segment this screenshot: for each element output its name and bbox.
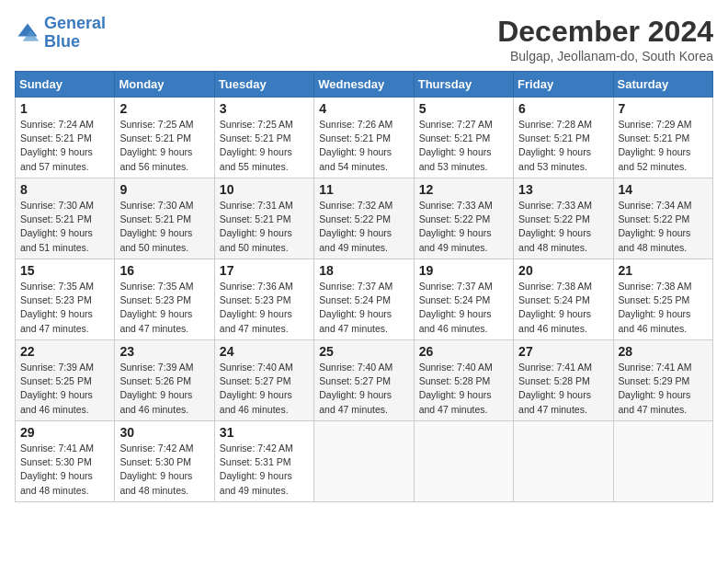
calendar-cell: 21 Sunrise: 7:38 AM Sunset: 5:25 PM Dayl… bbox=[613, 259, 712, 340]
day-number: 25 bbox=[319, 344, 408, 359]
calendar-week-row: 8 Sunrise: 7:30 AM Sunset: 5:21 PM Dayli… bbox=[16, 178, 713, 259]
day-number: 22 bbox=[20, 344, 109, 359]
day-number: 8 bbox=[20, 182, 109, 197]
calendar-cell: 31 Sunrise: 7:42 AM Sunset: 5:31 PM Dayl… bbox=[214, 421, 313, 502]
location-subtitle: Bulgap, Jeollanam-do, South Korea bbox=[497, 49, 713, 63]
month-title: December 2024 bbox=[497, 15, 713, 49]
calendar-cell: 26 Sunrise: 7:40 AM Sunset: 5:28 PM Dayl… bbox=[414, 340, 513, 421]
logo-icon bbox=[15, 20, 40, 46]
calendar-cell: 20 Sunrise: 7:38 AM Sunset: 5:24 PM Dayl… bbox=[514, 259, 613, 340]
calendar-table: SundayMondayTuesdayWednesdayThursdayFrid… bbox=[15, 71, 713, 502]
calendar-cell: 5 Sunrise: 7:27 AM Sunset: 5:21 PM Dayli… bbox=[414, 98, 513, 178]
day-info: Sunrise: 7:42 AM Sunset: 5:30 PM Dayligh… bbox=[119, 442, 209, 498]
logo-line1: General bbox=[44, 14, 106, 32]
day-info: Sunrise: 7:26 AM Sunset: 5:21 PM Dayligh… bbox=[319, 118, 408, 174]
day-number: 16 bbox=[119, 263, 209, 278]
day-info: Sunrise: 7:27 AM Sunset: 5:21 PM Dayligh… bbox=[419, 118, 508, 174]
day-info: Sunrise: 7:36 AM Sunset: 5:23 PM Dayligh… bbox=[220, 280, 309, 336]
day-number: 7 bbox=[619, 101, 708, 116]
day-info: Sunrise: 7:29 AM Sunset: 5:21 PM Dayligh… bbox=[619, 118, 708, 174]
calendar-cell bbox=[414, 421, 513, 502]
calendar-cell: 24 Sunrise: 7:40 AM Sunset: 5:27 PM Dayl… bbox=[214, 340, 313, 421]
day-number: 14 bbox=[619, 182, 708, 197]
calendar-cell: 22 Sunrise: 7:39 AM Sunset: 5:25 PM Dayl… bbox=[16, 340, 115, 421]
day-info: Sunrise: 7:35 AM Sunset: 5:23 PM Dayligh… bbox=[20, 280, 109, 336]
day-number: 9 bbox=[119, 182, 209, 197]
day-info: Sunrise: 7:41 AM Sunset: 5:28 PM Dayligh… bbox=[518, 361, 608, 417]
day-info: Sunrise: 7:37 AM Sunset: 5:24 PM Dayligh… bbox=[319, 280, 408, 336]
calendar-cell: 9 Sunrise: 7:30 AM Sunset: 5:21 PM Dayli… bbox=[115, 178, 214, 259]
day-number: 30 bbox=[119, 425, 209, 440]
calendar-cell: 17 Sunrise: 7:36 AM Sunset: 5:23 PM Dayl… bbox=[214, 259, 313, 340]
calendar-cell: 11 Sunrise: 7:32 AM Sunset: 5:22 PM Dayl… bbox=[314, 178, 414, 259]
calendar-cell: 23 Sunrise: 7:39 AM Sunset: 5:26 PM Dayl… bbox=[115, 340, 214, 421]
day-info: Sunrise: 7:35 AM Sunset: 5:23 PM Dayligh… bbox=[119, 280, 209, 336]
weekday-header: Sunday bbox=[16, 72, 115, 98]
day-number: 12 bbox=[419, 182, 508, 197]
day-info: Sunrise: 7:31 AM Sunset: 5:21 PM Dayligh… bbox=[220, 199, 309, 255]
calendar-cell: 3 Sunrise: 7:25 AM Sunset: 5:21 PM Dayli… bbox=[214, 98, 313, 178]
calendar-cell: 27 Sunrise: 7:41 AM Sunset: 5:28 PM Dayl… bbox=[514, 340, 613, 421]
calendar-week-row: 15 Sunrise: 7:35 AM Sunset: 5:23 PM Dayl… bbox=[16, 259, 713, 340]
weekday-header: Thursday bbox=[414, 72, 513, 98]
day-number: 20 bbox=[518, 263, 608, 278]
day-number: 18 bbox=[319, 263, 408, 278]
logo-line2: Blue bbox=[44, 32, 80, 51]
calendar-week-row: 1 Sunrise: 7:24 AM Sunset: 5:21 PM Dayli… bbox=[16, 98, 713, 178]
day-number: 15 bbox=[20, 263, 109, 278]
day-number: 24 bbox=[220, 344, 309, 359]
day-number: 11 bbox=[319, 182, 408, 197]
day-info: Sunrise: 7:38 AM Sunset: 5:25 PM Dayligh… bbox=[619, 280, 708, 336]
calendar-week-row: 29 Sunrise: 7:41 AM Sunset: 5:30 PM Dayl… bbox=[16, 421, 713, 502]
weekday-header: Friday bbox=[514, 72, 613, 98]
day-number: 4 bbox=[319, 101, 408, 116]
weekday-header: Tuesday bbox=[214, 72, 313, 98]
day-number: 6 bbox=[518, 101, 608, 116]
calendar-cell: 28 Sunrise: 7:41 AM Sunset: 5:29 PM Dayl… bbox=[613, 340, 712, 421]
calendar-cell: 2 Sunrise: 7:25 AM Sunset: 5:21 PM Dayli… bbox=[115, 98, 214, 178]
day-info: Sunrise: 7:39 AM Sunset: 5:25 PM Dayligh… bbox=[20, 361, 109, 417]
day-number: 31 bbox=[220, 425, 309, 440]
calendar-cell: 14 Sunrise: 7:34 AM Sunset: 5:22 PM Dayl… bbox=[613, 178, 712, 259]
calendar-cell: 15 Sunrise: 7:35 AM Sunset: 5:23 PM Dayl… bbox=[16, 259, 115, 340]
day-number: 17 bbox=[220, 263, 309, 278]
day-number: 2 bbox=[119, 101, 209, 116]
day-info: Sunrise: 7:41 AM Sunset: 5:30 PM Dayligh… bbox=[20, 442, 109, 498]
day-info: Sunrise: 7:30 AM Sunset: 5:21 PM Dayligh… bbox=[20, 199, 109, 255]
day-info: Sunrise: 7:40 AM Sunset: 5:27 PM Dayligh… bbox=[220, 361, 309, 417]
logo: General Blue bbox=[15, 15, 106, 52]
calendar-cell: 19 Sunrise: 7:37 AM Sunset: 5:24 PM Dayl… bbox=[414, 259, 513, 340]
day-number: 10 bbox=[220, 182, 309, 197]
day-number: 28 bbox=[619, 344, 708, 359]
calendar-cell bbox=[613, 421, 712, 502]
day-number: 29 bbox=[20, 425, 109, 440]
calendar-cell bbox=[514, 421, 613, 502]
day-info: Sunrise: 7:32 AM Sunset: 5:22 PM Dayligh… bbox=[319, 199, 408, 255]
day-number: 26 bbox=[419, 344, 508, 359]
day-info: Sunrise: 7:30 AM Sunset: 5:21 PM Dayligh… bbox=[119, 199, 209, 255]
day-info: Sunrise: 7:34 AM Sunset: 5:22 PM Dayligh… bbox=[619, 199, 708, 255]
day-info: Sunrise: 7:38 AM Sunset: 5:24 PM Dayligh… bbox=[518, 280, 608, 336]
calendar-cell: 13 Sunrise: 7:33 AM Sunset: 5:22 PM Dayl… bbox=[514, 178, 613, 259]
day-info: Sunrise: 7:40 AM Sunset: 5:27 PM Dayligh… bbox=[319, 361, 408, 417]
calendar-cell: 1 Sunrise: 7:24 AM Sunset: 5:21 PM Dayli… bbox=[16, 98, 115, 178]
day-number: 23 bbox=[119, 344, 209, 359]
day-number: 13 bbox=[518, 182, 608, 197]
calendar-cell: 6 Sunrise: 7:28 AM Sunset: 5:21 PM Dayli… bbox=[514, 98, 613, 178]
calendar-cell: 16 Sunrise: 7:35 AM Sunset: 5:23 PM Dayl… bbox=[115, 259, 214, 340]
weekday-header: Monday bbox=[115, 72, 214, 98]
day-number: 19 bbox=[419, 263, 508, 278]
weekday-header-row: SundayMondayTuesdayWednesdayThursdayFrid… bbox=[16, 72, 713, 98]
calendar-cell: 10 Sunrise: 7:31 AM Sunset: 5:21 PM Dayl… bbox=[214, 178, 313, 259]
day-info: Sunrise: 7:25 AM Sunset: 5:21 PM Dayligh… bbox=[220, 118, 309, 174]
day-info: Sunrise: 7:42 AM Sunset: 5:31 PM Dayligh… bbox=[220, 442, 309, 498]
title-block: December 2024 Bulgap, Jeollanam-do, Sout… bbox=[497, 15, 713, 63]
day-info: Sunrise: 7:33 AM Sunset: 5:22 PM Dayligh… bbox=[518, 199, 608, 255]
calendar-cell: 25 Sunrise: 7:40 AM Sunset: 5:27 PM Dayl… bbox=[314, 340, 414, 421]
day-number: 5 bbox=[419, 101, 508, 116]
day-number: 21 bbox=[619, 263, 708, 278]
calendar-week-row: 22 Sunrise: 7:39 AM Sunset: 5:25 PM Dayl… bbox=[16, 340, 713, 421]
calendar-cell: 4 Sunrise: 7:26 AM Sunset: 5:21 PM Dayli… bbox=[314, 98, 414, 178]
weekday-header: Wednesday bbox=[314, 72, 414, 98]
day-info: Sunrise: 7:40 AM Sunset: 5:28 PM Dayligh… bbox=[419, 361, 508, 417]
